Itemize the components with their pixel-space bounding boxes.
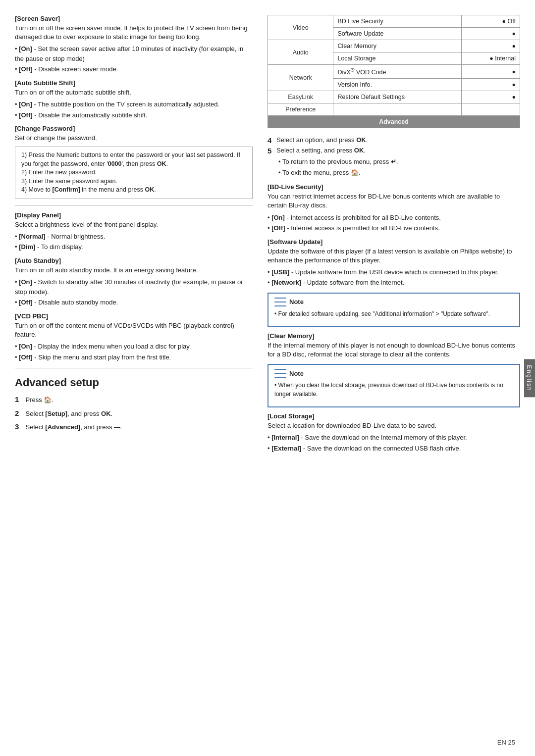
step-4-text: Select an option, and press OK. [276,136,368,144]
bd-live-heading: [BD-Live Security] [268,183,520,191]
vcd-pbc-list: [On] - Display the index menu when you l… [15,342,253,362]
cat-advanced: Advanced [268,116,520,128]
table-row: Advanced [268,116,520,128]
val-restore-default: ● [461,91,520,103]
left-column: [Screen Saver] Turn on or off the screen… [15,15,253,741]
screen-saver-desc: Turn on or off the screen saver mode. It… [15,24,253,42]
vcd-pbc-heading: [VCD PBC] [15,312,253,320]
step-num-5: 5 [268,147,276,155]
software-update-heading: [Software Update] [268,238,520,246]
screen-saver-heading: [Screen Saver] [15,15,253,22]
step-5-line: 5 Select a setting, and press OK. [268,147,520,155]
list-item: [Dim] - To dim display. [15,242,253,252]
note-line [274,302,286,302]
note-box-2: Note When you clear the local storage, p… [268,364,520,407]
auto-standby-heading: [Auto Standby] [15,257,253,264]
item-version-info: Version Info. [333,79,461,91]
auto-standby-list: [On] - Switch to standby after 30 minute… [15,277,253,307]
steps-right: 4 Select an option, and press OK. 5 Sele… [268,136,520,177]
val-software-update: ● [461,28,520,40]
note-header-2: Note [274,369,513,378]
table-row: Preference [268,103,520,116]
note-2-item: When you clear the local storage, previo… [274,381,513,399]
instruction-box: 1) Press the Numeric buttons to enter th… [15,147,253,199]
note-line [274,377,286,378]
val-local-storage: ● Internal [461,52,520,65]
list-item: [On] - Internet access is prohibited for… [268,213,520,223]
item-local-storage: Local Storage [333,52,461,65]
table-row: Audio Clear Memory ● [268,40,520,52]
instruction-line-3: 3) Enter the same password again. [21,177,246,186]
step-num-2: 2 [15,408,24,419]
right-column: Video BD Live Security ● Off Software Up… [268,15,520,741]
page-number: EN 25 [497,739,515,746]
item-restore-default: Restore Default Settings [333,91,461,103]
software-update-list: [USB] - Update software from the USB dev… [268,267,520,288]
clear-memory-desc: If the internal memory of this player is… [268,341,520,359]
display-panel-desc: Select a brightness level of the front p… [15,220,253,229]
auto-subtitle-heading: [Auto Subtitle Shift] [15,79,253,87]
clear-memory-heading: [Clear Memory] [268,332,520,340]
divider [15,205,253,205]
step-3: 3 Select [Advanced], and press —. [15,421,253,433]
list-item: [On] - The subtitle position on the TV s… [15,100,253,109]
bd-live-desc: You can restrict internet access for BD-… [268,192,520,210]
change-password-heading: [Change Password] [15,125,253,132]
side-language-label: English [524,359,535,397]
vcd-pbc-desc: Turn on or off the content menu of VCDs/… [15,321,253,339]
instruction-line-4: 4) Move to [Confirm] in the menu and pre… [21,186,246,195]
item-empty-preference [333,103,461,116]
val-divx-vod: ● [461,65,520,79]
list-item: [Off] - Internet access is permitted for… [268,223,520,233]
auto-subtitle-list: [On] - The subtitle position on the TV s… [15,100,253,120]
cat-video: Video [268,15,333,40]
list-item: [Normal] - Normal brightness. [15,232,253,242]
note-line [274,369,286,370]
note-label-2: Note [289,370,304,377]
list-item: [On] - Display the index menu when you l… [15,342,253,352]
auto-standby-desc: Turn on or off auto standby mode. It is … [15,266,253,275]
note-line [274,298,286,299]
local-storage-desc: Select a location for downloaded BD-Live… [268,421,520,430]
val-clear-memory: ● [461,40,520,52]
note-1-list: For detailed software updating, see "Add… [274,309,513,318]
list-item: [External] - Save the download on the co… [268,444,520,454]
step-num-4: 4 [268,136,276,145]
item-bd-live-security: BD Live Security [333,15,461,28]
val-empty-preference [461,103,520,116]
cat-audio: Audio [268,40,333,65]
sub-step-return: To return to the previous menu, press ↵. [278,157,520,167]
step-num-1: 1 [15,394,24,405]
item-clear-memory: Clear Memory [333,40,461,52]
item-software-update: Software Update [333,28,461,40]
list-item: [Off] - Disable the automatically subtit… [15,110,253,120]
list-item: [On] - Switch to standby after 30 minute… [15,277,253,297]
page-container: [Screen Saver] Turn on or off the screen… [0,0,535,756]
item-divx-vod: DivX® VOD Code [333,65,461,79]
instruction-line-1: 1) Press the Numeric buttons to enter th… [21,151,246,168]
cat-network: Network [268,65,333,91]
table-row: Network DivX® VOD Code ● [268,65,520,79]
note-1-item: For detailed software updating, see "Add… [274,309,513,318]
cat-easylink: EasyLink [268,91,333,103]
screen-saver-list: [On] - Set the screen saver active after… [15,44,253,74]
step-2: 2 Select [Setup], and press OK. [15,408,253,419]
advanced-setup-title: Advanced setup [15,376,253,389]
menu-table: Video BD Live Security ● Off Software Up… [268,15,520,128]
table-row: EasyLink Restore Default Settings ● [268,91,520,103]
note-box-1: Note For detailed software updating, see… [268,293,520,327]
local-storage-heading: [Local Storage] [268,412,520,420]
note-icon-2 [274,369,286,378]
list-item: [Off] - Disable auto standby mode. [15,298,253,307]
step-num-3: 3 [15,421,24,433]
note-line [274,305,286,306]
note-2-list: When you clear the local storage, previo… [274,381,513,399]
auto-subtitle-desc: Turn on or off the automatic subtitle sh… [15,88,253,97]
local-storage-list: [Internal] - Save the download on the in… [268,433,520,453]
software-update-desc: Update the software of this player (if a… [268,247,520,265]
note-icon-1 [274,298,286,306]
list-item: [Internal] - Save the download on the in… [268,433,520,443]
main-content: [Screen Saver] Turn on or off the screen… [15,15,520,741]
val-bd-live: ● Off [461,15,520,28]
cat-preference: Preference [268,103,333,116]
